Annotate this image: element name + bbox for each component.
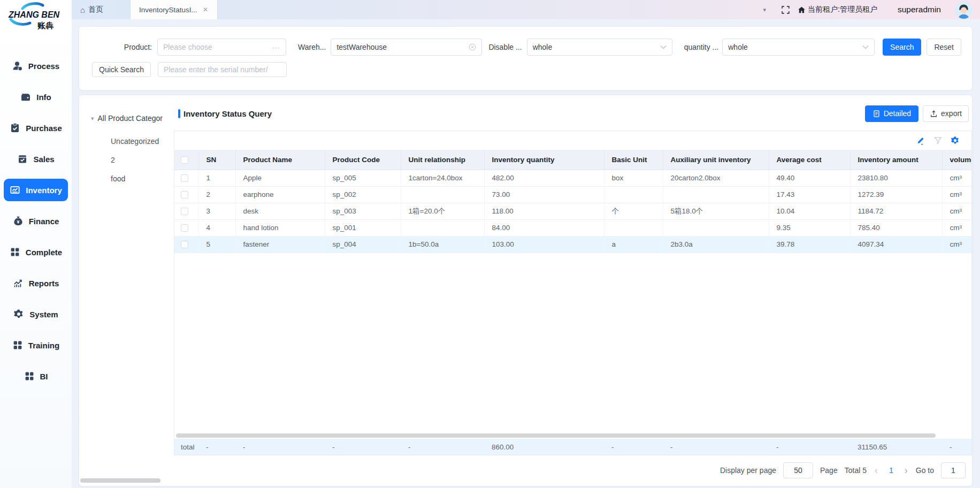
quick-search-button[interactable]: Quick Search (92, 62, 151, 77)
sidebar-item-sales[interactable]: Sales (4, 148, 68, 170)
username[interactable]: superadmin (898, 5, 941, 14)
tree-horizontal-scrollbar[interactable] (80, 478, 160, 483)
cell-average-cost: 9.35 (769, 219, 850, 236)
disable-select[interactable]: whole (527, 39, 672, 56)
row-checkbox[interactable] (181, 191, 188, 199)
table-row[interactable]: 3desksp_0031箱=20.0个118.00个5箱18.0个10.0411… (174, 203, 972, 219)
tab-home[interactable]: ⌂ 首页 (73, 0, 111, 19)
table-row[interactable]: 2earphonesp_00273.0017.431272.39cm³ (174, 186, 972, 203)
chevron-down-icon (660, 45, 667, 49)
goto-label: Go to (916, 466, 934, 475)
row-checkbox[interactable] (181, 241, 188, 248)
settings-icon[interactable] (951, 136, 960, 145)
tree-root-all-product-categories[interactable]: ▾ All Product Categor (79, 111, 174, 125)
tenant-label: 当前租户:管理员租户 (808, 5, 877, 14)
cell-auxiliary-unit-inventory: 2b3.0a (663, 236, 769, 253)
grid-empty-space (174, 253, 971, 433)
edit-icon[interactable] (916, 136, 925, 145)
content-area: Product: Please choose ··· Wareh... test… (72, 19, 980, 488)
cell-average-cost: 49.40 (769, 170, 850, 186)
cell-unit-relationship (401, 186, 484, 203)
goto-page-input[interactable]: 1 (941, 462, 966, 478)
export-icon (930, 110, 938, 118)
column-header-unit-relationship[interactable]: Unit relationship (401, 150, 484, 170)
product-select[interactable]: Please choose ··· (157, 39, 286, 56)
column-header-product-name[interactable]: Product Name (235, 150, 325, 170)
select-all-checkbox[interactable] (181, 156, 188, 164)
sidebar-item-training[interactable]: Training (4, 334, 68, 356)
row-checkbox[interactable] (181, 174, 188, 182)
search-button[interactable]: Search (883, 39, 921, 56)
warehouse-label: Wareh... (298, 43, 326, 51)
close-icon[interactable]: ✕ (203, 6, 208, 13)
cell-auxiliary-unit-inventory: 5箱18.0个 (663, 203, 769, 219)
table-row[interactable]: 1Applesp_0051carton=24.0box482.00box20ca… (174, 170, 972, 186)
app-logo[interactable]: ZHANG BEN 账犇 (0, 0, 72, 34)
sidebar-item-reports[interactable]: Reports (4, 272, 68, 294)
chevron-down-icon (862, 45, 869, 49)
filter-card: Product: Please choose ··· Wareh... test… (79, 27, 972, 90)
fullscreen-icon[interactable] (781, 5, 790, 14)
detailed-button[interactable]: Detailed (865, 105, 918, 122)
chevron-down-icon[interactable]: ▾ (763, 6, 767, 13)
sidebar-item-inventory[interactable]: Inventory (4, 179, 68, 201)
cell-volume-unit: cm³ (942, 186, 972, 203)
document-icon (872, 110, 881, 118)
total-cell: - (401, 439, 484, 455)
sidebar-item-purchase[interactable]: Purchase (4, 117, 68, 139)
column-header-volume-unit[interactable]: volume unit (942, 150, 972, 170)
column-header-auxiliary-unit-inventory[interactable]: Auxiliary unit inventory (663, 150, 769, 170)
quantity-select[interactable]: whole (722, 39, 875, 56)
tree-expand-icon[interactable]: ▾ (91, 115, 94, 122)
row-checkbox[interactable] (181, 208, 188, 215)
column-header-inventory-amount[interactable]: Inventory amount (850, 150, 942, 170)
tree-item-uncategorized[interactable]: Uncategorized (79, 132, 174, 150)
cell-sn: 5 (198, 236, 235, 253)
column-header-inventory-quantity[interactable]: Inventory quantity (484, 150, 604, 170)
column-header-average-cost[interactable]: Average cost (769, 150, 850, 170)
sidebar: ZHANG BEN 账犇 ProcessInfoPurchaseSalesInv… (0, 0, 72, 488)
reset-button[interactable]: Reset (927, 39, 961, 56)
table-row[interactable]: 4hand lotionsp_00184.009.35785.40cm³ (174, 219, 972, 236)
sidebar-item-process[interactable]: Process (4, 55, 68, 77)
sidebar-item-label: Inventory (26, 186, 62, 195)
clear-icon[interactable] (469, 43, 476, 51)
sidebar-item-system[interactable]: System (4, 303, 68, 325)
quick-search-input[interactable]: Please enter the serial number/ (158, 62, 287, 77)
tree-item-2[interactable]: 2 (79, 150, 174, 169)
sidebar-item-info[interactable]: Info (4, 86, 68, 108)
tree-item-food[interactable]: food (79, 169, 174, 188)
cell-inventory-quantity: 103.00 (484, 236, 604, 253)
sidebar-item-complete[interactable]: Complete (4, 241, 68, 263)
trend-icon (13, 278, 24, 288)
filter-icon[interactable] (933, 136, 943, 145)
avatar[interactable] (955, 1, 973, 19)
sidebar-item-finance[interactable]: Finance (4, 210, 68, 232)
page-size-input[interactable]: 50 (783, 462, 813, 478)
cell-basic-unit (604, 219, 663, 236)
row-checkbox[interactable] (181, 224, 188, 232)
export-button[interactable]: export (923, 105, 969, 122)
column-header-sn[interactable]: SN (198, 150, 235, 170)
warehouse-input[interactable]: testWarehouse (331, 39, 482, 56)
table-row[interactable]: 5fastenersp_0041b=50.0a103.00a2b3.0a39.7… (174, 236, 972, 253)
next-page-icon[interactable]: › (904, 466, 909, 475)
cell-unit-relationship (401, 219, 484, 236)
cell-auxiliary-unit-inventory (663, 219, 769, 236)
cell-inventory-quantity: 118.00 (484, 203, 604, 219)
tab-inventory-status[interactable]: InventoryStatusI... ✕ (130, 0, 218, 19)
prev-page-icon[interactable]: ‹ (874, 466, 879, 475)
total-count-label: Total 5 (845, 466, 867, 475)
sidebar-item-label: Finance (29, 217, 59, 226)
grid-footer: total----860.00---31150.65- (174, 439, 971, 455)
current-page[interactable]: 1 (886, 466, 897, 475)
main-card: ▾ All Product Categor Uncategorized2food… (79, 95, 972, 486)
scrollbar-thumb[interactable] (176, 433, 936, 438)
grid-icon (24, 371, 35, 382)
column-header-product-code[interactable]: Product Code (325, 150, 401, 170)
cell-basic-unit: 个 (604, 203, 663, 219)
ellipsis-icon[interactable]: ··· (272, 43, 280, 51)
column-header-basic-unit[interactable]: Basic Unit (604, 150, 663, 170)
sidebar-item-bi[interactable]: BI (4, 365, 68, 387)
cell-basic-unit: box (604, 170, 663, 186)
